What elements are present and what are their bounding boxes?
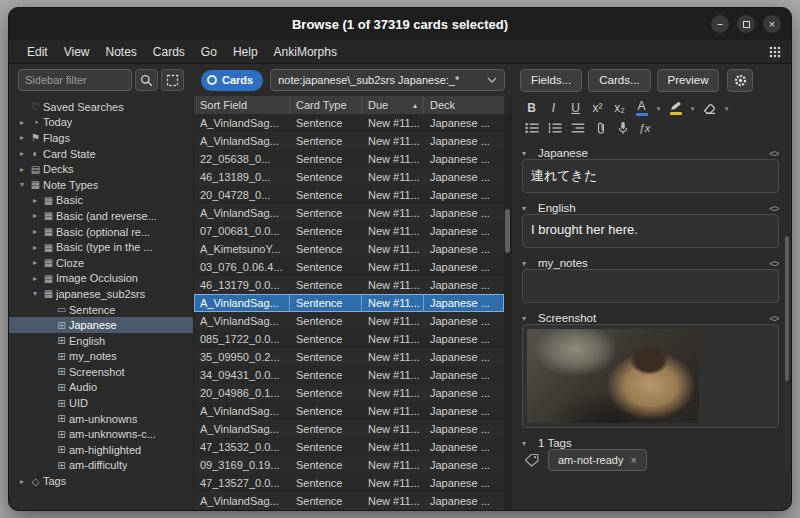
sidebar-item-field-my-notes[interactable]: ⊞ my_notes (9, 349, 193, 365)
expander-icon[interactable]: ▸ (29, 227, 41, 236)
menu-notes[interactable]: Notes (97, 40, 144, 63)
cards-button[interactable]: Cards... (588, 69, 650, 92)
table-row[interactable]: 35_09950_0.2... Sentence New #11... Japa… (194, 348, 504, 366)
column-sort-field[interactable]: Sort Field (194, 96, 290, 114)
table-row[interactable]: A_KimetsunoY... Sentence New #11... Japa… (194, 240, 504, 258)
html-editor-toggle-icon[interactable]: <> (769, 313, 779, 324)
table-row[interactable]: 47_13532_0.0... Sentence New #11... Japa… (194, 438, 504, 456)
subscript-button[interactable]: x₂ (610, 99, 629, 117)
titlebar[interactable]: Browse (1 of 37319 cards selected) − × (9, 8, 791, 40)
sidebar-item-field-audio[interactable]: ⊞ Audio (9, 380, 193, 396)
cards-notes-toggle[interactable]: Cards (201, 70, 263, 91)
column-deck[interactable]: Deck (424, 96, 504, 114)
bold-button[interactable]: B (522, 99, 541, 117)
sidebar-item-decks[interactable]: ▸ ▤ Decks (9, 161, 193, 177)
expander-icon[interactable]: ▸ (29, 243, 41, 252)
settings-button[interactable] (727, 69, 753, 92)
sidebar-item-sentence[interactable]: ▭ Sentence (9, 302, 193, 318)
sidebar-item-image-occlusion[interactable]: ▸ ▦ Image Occlusion (9, 271, 193, 287)
table-row[interactable]: A_VinlandSag... Sentence New #11... Japa… (194, 204, 504, 222)
expander-icon[interactable]: ▸ (29, 258, 41, 267)
menu-ankimorphs[interactable]: AnkiMorphs (266, 40, 345, 63)
sidebar-select-button[interactable] (161, 69, 184, 91)
table-row[interactable]: 20_04728_0... Sentence New #11... Japane… (194, 186, 504, 204)
sidebar-item-card-state[interactable]: ▸ ◐ Card State (9, 146, 193, 162)
menu-edit[interactable]: Edit (19, 40, 56, 63)
sidebar-item-field-english[interactable]: ⊞ English (9, 333, 193, 349)
sidebar-item-tags[interactable]: ▸ ◇ Tags (9, 473, 193, 489)
field-input-screenshot[interactable] (522, 324, 779, 428)
expander-icon[interactable]: ▾ (29, 289, 41, 298)
highlight-color-button[interactable] (666, 99, 685, 117)
html-editor-toggle-icon[interactable]: <> (769, 258, 779, 269)
tag-pill[interactable]: am-not-ready × (548, 449, 647, 471)
attach-button[interactable] (591, 119, 610, 137)
sidebar-item-basic-and-reverse[interactable]: ▸ ▦ Basic (and reverse... (9, 208, 193, 224)
collapse-icon[interactable]: ▾ (522, 204, 532, 213)
table-row[interactable]: 03_076_0.06.4... Sentence New #11... Jap… (194, 258, 504, 276)
remove-formatting-button[interactable] (700, 99, 719, 117)
remove-tag-icon[interactable]: × (630, 454, 636, 466)
table-row[interactable]: 34_09431_0.0... Sentence New #11... Japa… (194, 366, 504, 384)
expander-icon[interactable]: ▾ (16, 180, 28, 189)
sidebar-item-japanese-sub2srs[interactable]: ▾ ▦ japanese_sub2srs (9, 286, 193, 302)
table-row[interactable]: A_VinlandSag... Sentence New #11... Japa… (194, 492, 504, 510)
menu-cards[interactable]: Cards (145, 40, 193, 63)
search-bar[interactable]: note:japanese\_sub2srs Japanese:_* (270, 69, 505, 91)
math-button[interactable]: ƒx (635, 119, 654, 137)
highlight-color-dropdown[interactable]: ▾ (688, 99, 697, 117)
table-row[interactable]: 20_04986_0.1... Sentence New #11... Japa… (194, 384, 504, 402)
screenshot-image[interactable] (527, 329, 699, 423)
table-scrollbar-thumb[interactable] (505, 209, 510, 253)
superscript-button[interactable]: x² (588, 99, 607, 117)
table-row[interactable]: 085_1722_0.0... Sentence New #11... Japa… (194, 330, 504, 348)
sidebar-search-button[interactable] (135, 69, 158, 91)
unordered-list-button[interactable] (522, 119, 542, 137)
apps-grid-icon[interactable] (769, 46, 781, 58)
expander-icon[interactable]: ▸ (16, 149, 28, 158)
field-input-english[interactable]: I brought her here. (522, 214, 779, 248)
expander-icon[interactable]: ▸ (16, 118, 28, 127)
search-history-chevron-icon[interactable] (487, 77, 497, 83)
text-color-dropdown[interactable]: ▾ (654, 99, 663, 117)
sidebar-item-saved-searches[interactable]: ♡ Saved Searches (9, 99, 193, 115)
collapse-icon[interactable]: ▾ (522, 259, 532, 268)
sidebar-item-field-japanese[interactable]: ⊞ Japanese (9, 317, 193, 333)
editor-scrollbar[interactable] (785, 236, 789, 470)
table-row[interactable]: A_VinlandSag... Sentence New #11... Japa… (194, 312, 504, 330)
sidebar-item-field-am-unknowns-c[interactable]: ⊞ am-unknowns-c... (9, 426, 193, 442)
expander-icon[interactable]: ▸ (29, 274, 41, 283)
remove-formatting-dropdown[interactable]: ▾ (722, 99, 731, 117)
table-row[interactable]: 46_13189_0... Sentence New #11... Japane… (194, 168, 504, 186)
table-row[interactable]: A_VinlandSag... Sentence New #11... Japa… (194, 420, 504, 438)
menu-help[interactable]: Help (225, 40, 266, 63)
maximize-button[interactable] (737, 15, 755, 33)
sidebar-item-field-uid[interactable]: ⊞ UID (9, 395, 193, 411)
search-query[interactable]: note:japanese\_sub2srs Japanese:_* (278, 74, 483, 86)
indent-button[interactable] (568, 119, 588, 137)
editor-scrollbar-thumb[interactable] (785, 236, 789, 381)
sidebar-item-flags[interactable]: ▸ ⚑ Flags (9, 130, 193, 146)
close-button[interactable]: × (763, 15, 781, 33)
table-row[interactable]: 46_13179_0.0... Sentence New #11... Japa… (194, 276, 504, 294)
minimize-button[interactable]: − (711, 15, 729, 33)
sidebar-item-today[interactable]: ▸ ◔ Today (9, 115, 193, 131)
sidebar-item-field-screenshot[interactable]: ⊞ Screenshot (9, 364, 193, 380)
sidebar-item-note-types[interactable]: ▾ ▦ Note Types (9, 177, 193, 193)
field-input-japanese[interactable]: 連れてきた (522, 159, 779, 193)
expander-icon[interactable]: ▸ (16, 477, 28, 486)
table-row[interactable]: A_VinlandSag... Sentence New #11... Japa… (194, 132, 504, 150)
collapse-icon[interactable]: ▾ (522, 314, 532, 323)
column-card-type[interactable]: Card Type (290, 96, 362, 114)
sidebar-item-basic[interactable]: ▸ ▦ Basic (9, 193, 193, 209)
table-row[interactable]: A_VinlandSag... Sentence New #11... Japa… (194, 402, 504, 420)
ordered-list-button[interactable] (545, 119, 565, 137)
table-row[interactable]: 47_13527_0.0... Sentence New #11... Japa… (194, 474, 504, 492)
underline-button[interactable]: U (566, 99, 585, 117)
table-row[interactable]: 22_05638_0... Sentence New #11... Japane… (194, 150, 504, 168)
html-editor-toggle-icon[interactable]: <> (769, 148, 779, 159)
sidebar-item-basic-optional[interactable]: ▸ ▦ Basic (optional re... (9, 224, 193, 240)
expander-icon[interactable]: ▸ (16, 133, 28, 142)
collapse-icon[interactable]: ▾ (522, 149, 532, 158)
expander-icon[interactable]: ▸ (29, 211, 41, 220)
